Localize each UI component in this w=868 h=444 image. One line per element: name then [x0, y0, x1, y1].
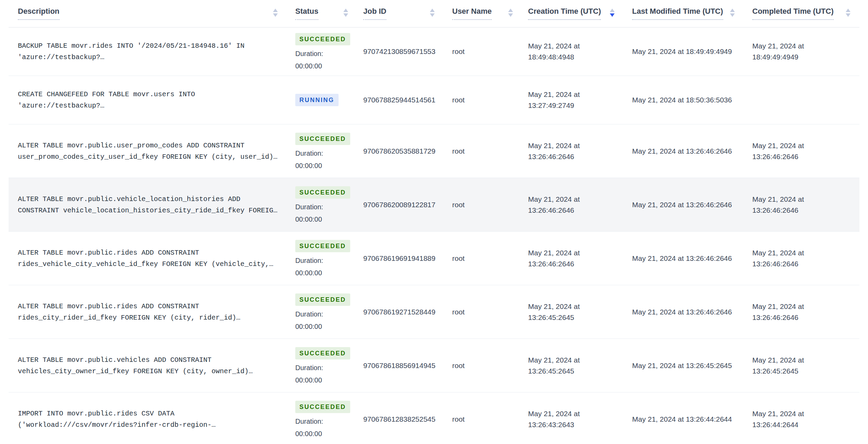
column-header-completed-time-label[interactable]: Completed Time (UTC) — [752, 7, 834, 20]
last-modified-time-cell: May 21, 2024 at 18:49:49:4949 — [624, 46, 744, 57]
table-row[interactable]: ALTER TABLE movr.public.vehicles ADD CON… — [9, 339, 859, 392]
status-cell: SUCCEEDED Duration: 00:00:00 — [287, 133, 357, 170]
completed-time-cell: May 21, 2024 at 18:49:49:4949 — [744, 41, 859, 63]
column-header-job-id[interactable]: Job ID — [357, 0, 444, 27]
job-description-cell[interactable]: ALTER TABLE movr.public.rides ADD CONSTR… — [9, 247, 287, 270]
column-header-user-name[interactable]: User Name — [444, 0, 522, 27]
sort-ascending-arrow-icon[interactable] — [430, 9, 435, 12]
job-id: 970678619691941889 — [363, 254, 435, 262]
table-row[interactable]: ALTER TABLE movr.public.rides ADD CONSTR… — [9, 232, 859, 285]
sort-arrows[interactable] — [508, 9, 513, 17]
job-description-cell[interactable]: ALTER TABLE movr.public.user_promo_codes… — [9, 140, 287, 163]
completed-time: May 21, 2024 at 13:26:46:2646 — [752, 301, 818, 323]
creation-time: May 21, 2024 at 13:27:49:2749 — [528, 89, 593, 111]
sort-ascending-arrow-icon[interactable] — [610, 9, 615, 12]
status-badge: SUCCEEDED — [295, 133, 350, 145]
job-description-line2: rides_city_rider_id_fkey FOREIGN KEY (ci… — [18, 312, 285, 323]
completed-time: May 21, 2024 at 13:26:46:2646 — [752, 140, 818, 162]
column-header-user-name-label[interactable]: User Name — [452, 7, 492, 20]
job-description-cell[interactable]: ALTER TABLE movr.public.vehicle_location… — [9, 193, 287, 216]
last-modified-time-cell: May 21, 2024 at 13:26:44:2644 — [624, 414, 744, 425]
job-description-line2: rides_vehicle_city_vehicle_id_fkey FOREI… — [18, 258, 285, 270]
duration-label: Duration: — [295, 256, 323, 265]
table-row[interactable]: ALTER TABLE movr.public.rides ADD CONSTR… — [9, 285, 859, 339]
job-description-cell[interactable]: BACKUP TABLE movr.rides INTO '/2024/05/2… — [9, 40, 287, 63]
status-cell: SUCCEEDED Duration: 00:00:00 — [287, 186, 357, 223]
job-id-cell: 970678612838252545 — [357, 414, 444, 425]
user-name: root — [452, 415, 465, 423]
column-header-job-id-label[interactable]: Job ID — [363, 7, 386, 20]
sort-arrows[interactable] — [273, 9, 278, 17]
column-header-status[interactable]: Status — [287, 0, 357, 27]
sort-descending-arrow-icon[interactable] — [430, 13, 435, 17]
column-header-status-label[interactable]: Status — [295, 7, 318, 20]
sort-arrows[interactable] — [430, 9, 435, 17]
job-id-cell: 970678620089122817 — [357, 199, 444, 210]
status-badge: SUCCEEDED — [295, 401, 350, 413]
duration-label: Duration: — [295, 149, 323, 157]
job-id-cell: 970678618856914945 — [357, 360, 444, 371]
status-stack: SUCCEEDED Duration: 00:00:00 — [295, 293, 357, 331]
table-row[interactable]: CREATE CHANGEFEED FOR TABLE movr.users I… — [9, 76, 859, 124]
status-stack: SUCCEEDED Duration: 00:00:00 — [295, 240, 357, 277]
column-header-creation-time-label[interactable]: Creation Time (UTC) — [528, 7, 601, 20]
table-row[interactable]: ALTER TABLE movr.public.vehicle_location… — [9, 178, 859, 232]
status-cell: SUCCEEDED Duration: 00:00:00 — [287, 33, 357, 70]
status-cell: RUNNING — [287, 94, 357, 106]
sort-arrows[interactable] — [610, 9, 615, 17]
sort-descending-arrow-icon[interactable] — [846, 13, 850, 17]
sort-arrows[interactable] — [846, 9, 850, 17]
sort-ascending-arrow-icon[interactable] — [273, 9, 278, 12]
completed-time-cell: May 21, 2024 at 13:26:46:2646 — [744, 140, 859, 162]
column-header-creation-time[interactable]: Creation Time (UTC) — [522, 0, 624, 27]
column-header-description[interactable]: Description — [9, 0, 287, 27]
user-name: root — [452, 47, 465, 55]
duration-label: Duration: — [295, 203, 323, 211]
sort-ascending-arrow-icon[interactable] — [508, 9, 513, 12]
job-description-line1: ALTER TABLE movr.public.user_promo_codes… — [18, 140, 285, 151]
jobs-table-body: BACKUP TABLE movr.rides INTO '/2024/05/2… — [9, 27, 859, 444]
user-name-cell: root — [444, 307, 522, 318]
last-modified-time-cell: May 21, 2024 at 13:26:46:2646 — [624, 253, 744, 264]
sort-descending-arrow-icon[interactable] — [730, 13, 735, 17]
sort-ascending-arrow-icon[interactable] — [846, 9, 850, 12]
creation-time-cell: May 21, 2024 at 13:26:43:2643 — [522, 408, 624, 430]
job-description-cell[interactable]: IMPORT INTO movr.public.rides CSV DATA (… — [9, 408, 287, 431]
job-description-line1: IMPORT INTO movr.public.rides CSV DATA — [18, 408, 285, 419]
column-header-completed-time[interactable]: Completed Time (UTC) — [744, 0, 859, 27]
status-stack: SUCCEEDED Duration: 00:00:00 — [295, 33, 357, 70]
column-header-last-modified-time-label[interactable]: Last Modified Time (UTC) — [632, 7, 723, 20]
sort-descending-arrow-icon[interactable] — [610, 13, 615, 17]
sort-arrows[interactable] — [343, 9, 348, 17]
sort-descending-arrow-icon[interactable] — [343, 13, 348, 17]
job-id-cell: 970678620535881729 — [357, 146, 444, 157]
table-row[interactable]: ALTER TABLE movr.public.user_promo_codes… — [9, 124, 859, 178]
sort-ascending-arrow-icon[interactable] — [343, 9, 348, 12]
column-header-last-modified-time[interactable]: Last Modified Time (UTC) — [624, 0, 744, 27]
sort-arrows[interactable] — [730, 9, 735, 17]
user-name: root — [452, 147, 465, 155]
completed-time: May 21, 2024 at 13:26:45:2645 — [752, 355, 818, 377]
sort-ascending-arrow-icon[interactable] — [730, 9, 735, 12]
table-row[interactable]: BACKUP TABLE movr.rides INTO '/2024/05/2… — [9, 27, 859, 76]
column-header-description-label[interactable]: Description — [18, 7, 59, 20]
job-description-line1: CREATE CHANGEFEED FOR TABLE movr.users I… — [18, 89, 285, 100]
last-modified-time: May 21, 2024 at 18:50:36:5036 — [632, 96, 732, 104]
job-description-cell[interactable]: ALTER TABLE movr.public.rides ADD CONSTR… — [9, 301, 287, 323]
job-description-line2: user_promo_codes_city_user_id_fkey FOREI… — [18, 151, 285, 163]
job-id-cell: 970678825944514561 — [357, 95, 444, 106]
status-badge: SUCCEEDED — [295, 240, 350, 252]
status-stack: RUNNING — [295, 94, 357, 106]
job-description-cell[interactable]: CREATE CHANGEFEED FOR TABLE movr.users I… — [9, 89, 287, 111]
job-description-cell[interactable]: ALTER TABLE movr.public.vehicles ADD CON… — [9, 354, 287, 377]
sort-descending-arrow-icon[interactable] — [508, 13, 513, 17]
user-name: root — [452, 362, 465, 369]
completed-time-cell: May 21, 2024 at 13:26:46:2646 — [744, 301, 859, 323]
user-name-cell: root — [444, 253, 522, 264]
completed-time-cell: May 21, 2024 at 13:26:46:2646 — [744, 247, 859, 269]
creation-time-cell: May 21, 2024 at 13:26:46:2646 — [522, 194, 624, 216]
table-row[interactable]: IMPORT INTO movr.public.rides CSV DATA (… — [9, 392, 859, 444]
duration-value: 00:00:00 — [295, 62, 322, 70]
job-description-line2: ('workload:///csv/movr/rides?infer-crdb-… — [18, 419, 285, 431]
sort-descending-arrow-icon[interactable] — [273, 13, 278, 17]
